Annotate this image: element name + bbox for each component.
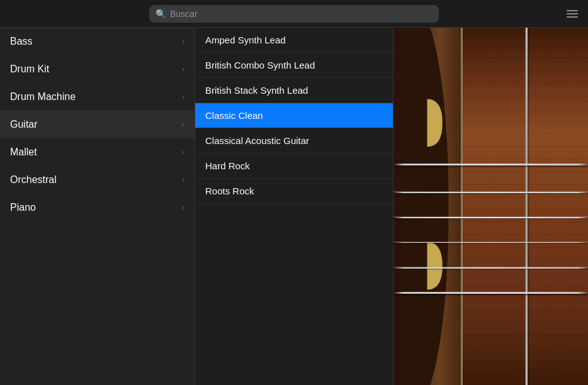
category-label: Piano	[10, 202, 36, 213]
main-content: Bass › Drum Kit › Drum Machine › Guitar …	[0, 28, 588, 385]
guitar-string-6	[393, 292, 588, 294]
nut-area	[393, 28, 463, 385]
instrument-item-british-stack-synth-lead[interactable]: British Stack Synth Lead	[195, 78, 393, 103]
instrument-label: Roots Rock	[205, 186, 254, 196]
category-label: Orchestral	[10, 174, 57, 186]
chevron-icon: ›	[182, 148, 184, 157]
instruments-panel: Amped Synth Lead British Combo Synth Lea…	[195, 28, 393, 385]
guitar-string-4	[393, 242, 588, 243]
category-item-piano[interactable]: Piano ›	[0, 194, 195, 221]
menu-icon[interactable]	[567, 10, 578, 18]
search-placeholder: Buscar	[170, 9, 198, 19]
category-item-guitar[interactable]: Guitar ›	[0, 111, 195, 138]
guitar-string-1	[393, 164, 588, 165]
chevron-icon: ›	[182, 176, 184, 184]
search-icon: 🔍	[155, 9, 166, 19]
chevron-icon: ›	[182, 203, 184, 212]
instrument-label: Classic Clean	[205, 110, 263, 121]
chevron-icon: ›	[182, 92, 184, 101]
guitar-string-2	[393, 192, 588, 193]
category-label: Bass	[10, 36, 33, 47]
instrument-label: Amped Synth Lead	[205, 35, 286, 45]
category-item-drum-kit[interactable]: Drum Kit ›	[0, 55, 195, 83]
instrument-label: British Combo Synth Lead	[205, 60, 315, 70]
category-label: Mallet	[10, 147, 37, 158]
guitar-string-3	[393, 217, 588, 218]
instrument-item-classic-clean[interactable]: Classic Clean	[195, 103, 393, 128]
category-label: Drum Kit	[10, 64, 49, 75]
category-item-bass[interactable]: Bass ›	[0, 28, 195, 55]
instrument-item-amped-synth-lead[interactable]: Amped Synth Lead	[195, 28, 393, 53]
category-item-mallet[interactable]: Mallet ›	[0, 138, 195, 166]
search-container[interactable]: 🔍 Buscar	[149, 5, 439, 23]
category-label: Guitar	[10, 119, 38, 130]
category-label: Drum Machine	[10, 91, 76, 103]
categories-panel: Bass › Drum Kit › Drum Machine › Guitar …	[0, 28, 195, 385]
category-item-orchestral[interactable]: Orchestral ›	[0, 166, 195, 194]
instrument-label: Hard Rock	[205, 160, 250, 171]
instrument-label: Classical Acoustic Guitar	[205, 135, 309, 146]
fret-1	[526, 28, 528, 385]
fretboard-area[interactable]	[393, 28, 588, 385]
chevron-icon: ›	[182, 37, 184, 46]
guitar-string-5	[393, 267, 588, 269]
instrument-item-hard-rock[interactable]: Hard Rock	[195, 153, 393, 179]
instrument-label: British Stack Synth Lead	[205, 85, 308, 96]
instrument-item-classical-acoustic-guitar[interactable]: Classical Acoustic Guitar	[195, 128, 393, 153]
instrument-item-roots-rock[interactable]: Roots Rock	[195, 179, 393, 204]
chevron-icon: ›	[182, 65, 184, 74]
search-bar: 🔍 Buscar	[0, 0, 588, 28]
category-item-drum-machine[interactable]: Drum Machine ›	[0, 83, 195, 111]
instrument-item-british-combo-synth-lead[interactable]: British Combo Synth Lead	[195, 53, 393, 78]
chevron-icon: ›	[182, 120, 184, 129]
